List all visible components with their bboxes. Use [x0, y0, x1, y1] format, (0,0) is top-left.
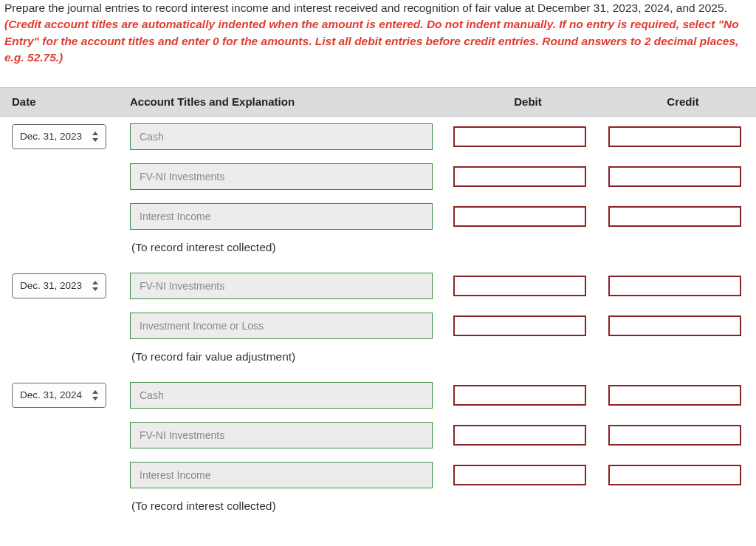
journal-line: Dec. 31, 2024Cash	[0, 375, 756, 415]
debit-input[interactable]	[453, 126, 586, 147]
updown-arrows-icon	[92, 281, 100, 291]
journal-line: Dec. 31, 2023Cash	[0, 117, 756, 157]
header-date: Date	[12, 95, 130, 108]
debit-cell	[447, 166, 602, 187]
debit-cell	[447, 465, 602, 485]
debit-input[interactable]	[453, 315, 586, 336]
date-select[interactable]: Dec. 31, 2023	[12, 124, 106, 149]
header-debit: Debit	[447, 95, 602, 108]
account-cell: FV-NI Investments	[130, 422, 447, 448]
account-cell: Cash	[130, 123, 447, 150]
credit-cell	[602, 166, 756, 187]
account-cell: Interest Income	[130, 462, 447, 488]
date-cell: Dec. 31, 2024	[12, 383, 130, 408]
date-cell: Dec. 31, 2023	[12, 124, 130, 149]
journal-line: FV-NI Investments	[0, 415, 756, 455]
journal-line: FV-NI Investments	[0, 157, 756, 197]
debit-input[interactable]	[453, 276, 586, 296]
account-title-input[interactable]: Cash	[130, 123, 433, 150]
table-header: Date Account Titles and Explanation Debi…	[0, 87, 756, 117]
account-title-input[interactable]: Interest Income	[130, 462, 433, 488]
account-cell: FV-NI Investments	[130, 273, 447, 299]
date-select-value: Dec. 31, 2024	[20, 389, 82, 400]
journal-line: Dec. 31, 2023FV-NI Investments	[0, 266, 756, 306]
memo-text: (To record interest collected)	[130, 241, 276, 254]
account-cell: Cash	[130, 382, 447, 409]
memo-text: (To record fair value adjustment)	[130, 350, 295, 364]
date-select-value: Dec. 31, 2023	[20, 131, 82, 142]
credit-input[interactable]	[608, 276, 741, 296]
memo-row: (To record interest collected)	[0, 236, 756, 266]
question-prompt: Prepare the journal entries to record in…	[0, 0, 756, 66]
header-credit: Credit	[602, 95, 756, 108]
account-title-input[interactable]: Investment Income or Loss	[130, 313, 433, 339]
debit-cell	[447, 425, 602, 446]
account-title-input[interactable]: FV-NI Investments	[130, 163, 433, 190]
date-select-value: Dec. 31, 2023	[20, 280, 82, 291]
credit-cell	[602, 276, 756, 296]
credit-input[interactable]	[608, 166, 741, 187]
account-title-input[interactable]: Cash	[130, 382, 433, 409]
debit-input[interactable]	[453, 206, 586, 227]
updown-arrows-icon	[92, 390, 100, 400]
header-account: Account Titles and Explanation	[130, 95, 447, 108]
credit-cell	[602, 425, 756, 446]
date-cell: Dec. 31, 2023	[12, 273, 130, 298]
credit-input[interactable]	[608, 206, 741, 227]
prompt-plain: Prepare the journal entries to record in…	[4, 1, 727, 14]
credit-cell	[602, 315, 756, 336]
debit-input[interactable]	[453, 166, 586, 187]
credit-cell	[602, 206, 756, 227]
date-select[interactable]: Dec. 31, 2024	[12, 383, 106, 408]
updown-arrows-icon	[92, 132, 100, 142]
memo-row: (To record interest collected)	[0, 495, 756, 525]
account-cell: FV-NI Investments	[130, 163, 447, 190]
date-select[interactable]: Dec. 31, 2023	[12, 273, 106, 298]
prompt-instructions: (Credit account titles are automatically…	[4, 18, 739, 64]
journal-line: Investment Income or Loss	[0, 306, 756, 346]
credit-cell	[602, 385, 756, 406]
debit-input[interactable]	[453, 385, 586, 406]
credit-input[interactable]	[608, 385, 741, 406]
credit-input[interactable]	[608, 315, 741, 336]
credit-cell	[602, 465, 756, 485]
account-cell: Interest Income	[130, 203, 447, 230]
credit-input[interactable]	[608, 425, 741, 446]
account-title-input[interactable]: Interest Income	[130, 203, 433, 230]
debit-cell	[447, 385, 602, 406]
credit-input[interactable]	[608, 465, 741, 485]
account-title-input[interactable]: FV-NI Investments	[130, 273, 433, 299]
memo-text: (To record interest collected)	[130, 499, 276, 513]
account-cell: Investment Income or Loss	[130, 313, 447, 339]
debit-cell	[447, 126, 602, 147]
debit-input[interactable]	[453, 425, 586, 446]
journal-line: Interest Income	[0, 455, 756, 495]
debit-cell	[447, 276, 602, 296]
debit-input[interactable]	[453, 465, 586, 485]
journal-table: Date Account Titles and Explanation Debi…	[0, 87, 756, 525]
journal-line: Interest Income	[0, 197, 756, 236]
memo-row: (To record fair value adjustment)	[0, 346, 756, 375]
debit-cell	[447, 206, 602, 227]
account-title-input[interactable]: FV-NI Investments	[130, 422, 433, 448]
debit-cell	[447, 315, 602, 336]
credit-cell	[602, 126, 756, 147]
credit-input[interactable]	[608, 126, 741, 147]
